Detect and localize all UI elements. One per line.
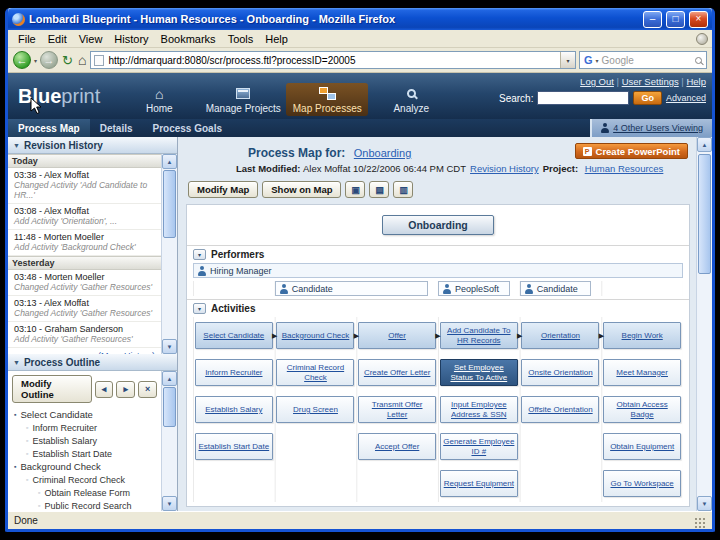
search-magnifier-icon[interactable] (695, 57, 702, 64)
scroll-up-icon[interactable]: ▲ (162, 371, 177, 386)
activity-box[interactable]: Accept Offer (358, 433, 436, 460)
scroll-up-icon[interactable]: ▲ (162, 154, 177, 169)
resize-grip[interactable] (693, 516, 706, 529)
logout-link[interactable]: Log Out (580, 76, 614, 87)
tab-details[interactable]: Details (90, 119, 143, 137)
url-dropdown-icon[interactable]: ▾ (560, 52, 575, 68)
scroll-thumb[interactable] (698, 154, 711, 274)
activity-box[interactable]: Go To Workspace (603, 470, 681, 497)
revision-scrollbar[interactable]: ▲ ▼ (161, 154, 177, 354)
modify-map-button[interactable]: Modify Map (188, 181, 258, 198)
main-scrollbar[interactable]: ▲ ▼ (696, 137, 712, 511)
scroll-thumb[interactable] (163, 170, 176, 238)
activity-box[interactable]: Begin Work (603, 322, 681, 349)
nav-item-home[interactable]: ⌂ Home (118, 83, 200, 116)
back-button[interactable]: ← (13, 51, 31, 69)
performer-lane-candidate[interactable]: Candidate (520, 281, 592, 296)
revision-entry[interactable]: 03:13 - Alex Moffat Changed Activity 'Ga… (8, 296, 161, 322)
menu-tools[interactable]: Tools (222, 32, 260, 46)
activity-box[interactable]: Offsite Orientation (521, 396, 599, 423)
activity-box[interactable]: Obtain Access Badge (603, 396, 681, 423)
back-dropdown-icon[interactable]: ▾ (34, 57, 37, 64)
scroll-down-icon[interactable]: ▼ (162, 496, 177, 511)
minimize-button[interactable]: – (643, 11, 662, 28)
home-button[interactable]: ⌂ (77, 52, 87, 68)
activity-box[interactable]: Establish Start Date (195, 433, 273, 460)
menu-help[interactable]: Help (259, 32, 294, 46)
activity-box[interactable]: Criminal Record Check (276, 359, 354, 386)
process-outline-header[interactable]: ▼ Process Outline (8, 354, 177, 371)
map-tool-export-button[interactable]: ▥ (393, 181, 413, 198)
create-powerpoint-button[interactable]: P Create PowerPoint (575, 143, 688, 159)
activity-box[interactable]: Orientation (521, 322, 599, 349)
revision-entry[interactable]: 11:48 - Morten Moeller Add Activity 'Bac… (8, 230, 161, 256)
url-text[interactable]: http://dmarquard:8080/scr/process.ftl?pr… (108, 55, 556, 66)
scroll-down-icon[interactable]: ▼ (162, 339, 177, 354)
activity-box[interactable]: Select Candidate (195, 322, 273, 349)
nav-item-map-processes[interactable]: Map Processes (286, 83, 368, 116)
outline-scrollbar[interactable]: ▲ ▼ (161, 371, 177, 511)
revision-entry[interactable]: 03:38 - Alex Moffat Changed Activity 'Ad… (8, 168, 161, 204)
address-bar[interactable]: http://dmarquard:8080/scr/process.ftl?pr… (90, 51, 576, 69)
revision-history-link[interactable]: Revision History (470, 163, 539, 177)
tab-process-map[interactable]: Process Map (8, 119, 90, 137)
outline-item[interactable]: ▪ Background Check (8, 460, 161, 473)
activity-box[interactable]: Generate Employee ID # (440, 433, 518, 460)
activity-box[interactable]: Add Candidate To HR Records (440, 322, 518, 349)
tab-process-goals[interactable]: Process Goals (143, 119, 232, 137)
web-search-box[interactable]: G ▾ Google (579, 51, 707, 69)
scroll-down-icon[interactable]: ▼ (697, 496, 712, 511)
process-name-link[interactable]: Onboarding (354, 147, 412, 159)
activity-box[interactable]: Background Check (276, 322, 354, 349)
show-on-map-button[interactable]: Show on Map (262, 181, 341, 198)
activity-box[interactable]: Obtain Equipment (603, 433, 681, 460)
performer-lane-peoplesoft[interactable]: PeopleSoft (438, 281, 510, 296)
revision-entry[interactable]: 03:48 - Morten Moeller Changed Activity … (8, 270, 161, 296)
search-engine-dropdown-icon[interactable]: ▾ (596, 57, 599, 64)
menu-view[interactable]: View (73, 32, 109, 46)
other-users-viewing-link[interactable]: 4 Other Users Viewing (613, 123, 703, 133)
process-root-box[interactable]: Onboarding (382, 215, 494, 235)
outline-item[interactable]: ▫ Establish Salary (8, 434, 161, 447)
activity-box[interactable]: Inform Recruiter (195, 359, 273, 386)
forward-button[interactable]: → (40, 51, 58, 69)
app-search-input[interactable] (537, 91, 629, 105)
scroll-thumb[interactable] (163, 387, 176, 427)
activity-box[interactable]: Offer (358, 322, 436, 349)
reload-button[interactable]: ↻ (61, 53, 74, 68)
activity-box[interactable]: Transmit Offer Letter (358, 396, 436, 423)
outline-item[interactable]: ▫ Public Record Search (8, 499, 161, 511)
nav-item-manage-projects[interactable]: Manage Projects (202, 83, 284, 116)
outline-item[interactable]: ▫ Establish Start Date (8, 447, 161, 460)
delete-item-button[interactable]: × (138, 381, 157, 398)
advanced-search-link[interactable]: Advanced (666, 93, 706, 103)
performer-hiring-manager[interactable]: Hiring Manager (193, 263, 683, 278)
search-go-button[interactable]: Go (633, 91, 662, 105)
map-tool-zoom-button[interactable]: ▣ (345, 181, 365, 198)
activity-box[interactable]: Input Employee Address & SSN (440, 396, 518, 423)
revision-entry[interactable]: 03:10 - Graham Sanderson Add Activity 'G… (8, 322, 161, 348)
outline-item[interactable]: ▫ Criminal Record Check (8, 473, 161, 486)
collapse-activities-icon[interactable]: ▾ (193, 303, 206, 314)
activity-box[interactable]: Drug Screen (276, 396, 354, 423)
activity-box[interactable]: Create Offer Letter (358, 359, 436, 386)
activity-box[interactable]: Onsite Orientation (521, 359, 599, 386)
outdent-button[interactable]: ◂ (95, 381, 114, 398)
outline-item[interactable]: ▫ Inform Recruiter (8, 421, 161, 434)
project-link[interactable]: Human Resources (585, 163, 664, 174)
modify-outline-button[interactable]: Modify Outline (12, 375, 92, 403)
outline-item[interactable]: ▫ Obtain Release Form (8, 486, 161, 499)
menu-history[interactable]: History (108, 32, 154, 46)
activity-box-selected[interactable]: Set Employee Status To Active (440, 359, 518, 386)
outline-item[interactable]: ▪ Select Candidate (8, 408, 161, 421)
help-link[interactable]: Help (686, 76, 706, 87)
scroll-up-icon[interactable]: ▲ (697, 137, 712, 152)
activity-box[interactable]: Establish Salary (195, 396, 273, 423)
nav-item-analyze[interactable]: Analyze (370, 83, 452, 116)
map-tool-print-button[interactable]: ▤ (369, 181, 389, 198)
close-button[interactable]: × (689, 11, 708, 28)
maximize-button[interactable]: □ (666, 11, 685, 28)
indent-button[interactable]: ▸ (116, 381, 135, 398)
revision-history-header[interactable]: ▼ Revision History (8, 137, 177, 154)
activity-box[interactable]: Request Equipment (440, 470, 518, 497)
